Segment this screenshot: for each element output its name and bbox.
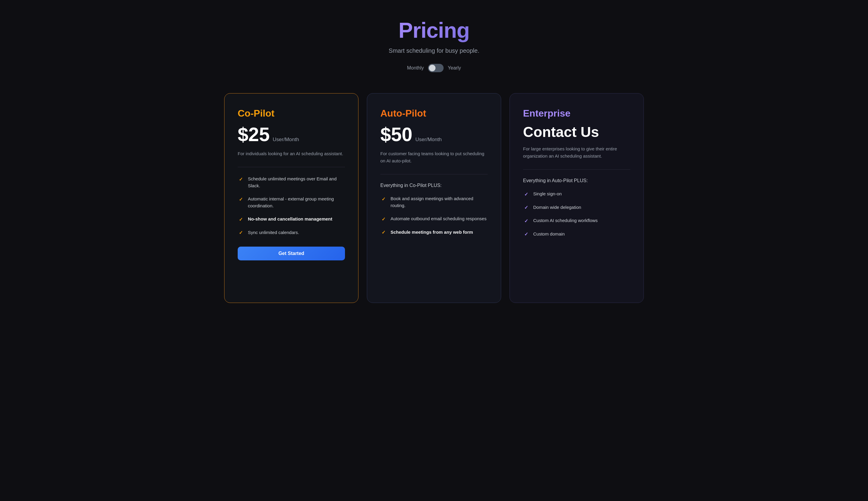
feature-text: Automatic internal - external group meet… (248, 196, 345, 209)
monthly-label: Monthly (407, 65, 424, 71)
feature-text: Custom AI scheduling workflows (533, 217, 597, 224)
check-icon (380, 216, 387, 222)
list-item: Custom domain (523, 231, 630, 238)
copilot-description: For individuals looking for an AI schedu… (238, 150, 345, 157)
list-item: No-show and cancellation management (238, 216, 345, 223)
enterprise-divider (523, 169, 630, 170)
toggle-thumb (429, 65, 435, 71)
feature-text: Single sign-on (533, 191, 562, 198)
check-icon (380, 196, 387, 202)
check-icon (238, 230, 244, 236)
enterprise-description: For large enterprises looking to give th… (523, 145, 630, 160)
list-item: Automatic internal - external group meet… (238, 196, 345, 209)
list-item: Custom AI scheduling workflows (523, 217, 630, 224)
enterprise-features-label: Everything in Auto-Pilot PLUS: (523, 178, 630, 183)
check-icon (238, 176, 244, 182)
yearly-label: Yearly (448, 65, 461, 71)
feature-text: Schedule unlimited meetings over Email a… (248, 175, 345, 189)
feature-text: Automate outbound email scheduling respo… (391, 215, 486, 222)
page-header: Pricing Smart scheduling for busy people… (389, 18, 479, 72)
feature-text: Custom domain (533, 231, 565, 238)
check-icon (380, 230, 387, 235)
feature-text: No-show and cancellation management (248, 216, 332, 223)
check-icon (238, 196, 244, 202)
list-item: Book and assign meetings with advanced r… (380, 195, 488, 209)
billing-toggle[interactable] (428, 64, 444, 72)
list-item: Automate outbound email scheduling respo… (380, 215, 488, 222)
autopilot-plan-name: Auto-Pilot (380, 108, 488, 119)
enterprise-plan-name: Enterprise (523, 108, 630, 119)
list-item: Domain wide delegation (523, 204, 630, 211)
autopilot-price: $50 (380, 125, 412, 144)
copilot-divider (238, 167, 345, 167)
copilot-price: $25 (238, 125, 270, 144)
billing-toggle-container: Monthly Yearly (389, 64, 479, 72)
autopilot-price-row: $50 User/Month (380, 125, 488, 144)
check-icon (523, 191, 529, 197)
list-item: Sync unlimited calendars. (238, 229, 345, 236)
page-subtitle: Smart scheduling for busy people. (389, 47, 479, 54)
copilot-features-list: Schedule unlimited meetings over Email a… (238, 175, 345, 236)
enterprise-price: Contact Us (523, 125, 599, 139)
enterprise-plan-card: Enterprise Contact Us For large enterpri… (509, 93, 644, 303)
autopilot-description: For customer facing teams looking to put… (380, 150, 488, 164)
autopilot-divider (380, 174, 488, 174)
copilot-cta-button[interactable]: Get Started (238, 247, 345, 260)
copilot-plan-card: Co-Pilot $25 User/Month For individuals … (224, 93, 359, 303)
check-icon (238, 216, 244, 222)
copilot-price-unit: User/Month (273, 137, 299, 143)
plans-container: Co-Pilot $25 User/Month For individuals … (224, 93, 644, 303)
check-icon (523, 231, 529, 237)
list-item: Schedule unlimited meetings over Email a… (238, 175, 345, 189)
check-icon (523, 205, 529, 211)
feature-text: Schedule meetings from any web form (391, 229, 473, 236)
feature-text: Book and assign meetings with advanced r… (391, 195, 488, 209)
enterprise-price-row: Contact Us (523, 125, 630, 139)
autopilot-features-label: Everything in Co-Pilot PLUS: (380, 183, 488, 188)
copilot-plan-name: Co-Pilot (238, 108, 345, 119)
autopilot-features-list: Book and assign meetings with advanced r… (380, 195, 488, 235)
autopilot-plan-card: Auto-Pilot $50 User/Month For customer f… (367, 93, 501, 303)
autopilot-price-unit: User/Month (415, 137, 442, 143)
list-item: Single sign-on (523, 191, 630, 198)
page-title: Pricing (389, 18, 479, 43)
check-icon (523, 218, 529, 224)
feature-text: Domain wide delegation (533, 204, 581, 211)
enterprise-features-list: Single sign-on Domain wide delegation Cu… (523, 191, 630, 237)
list-item: Schedule meetings from any web form (380, 229, 488, 236)
copilot-price-row: $25 User/Month (238, 125, 345, 144)
feature-text: Sync unlimited calendars. (248, 229, 299, 236)
